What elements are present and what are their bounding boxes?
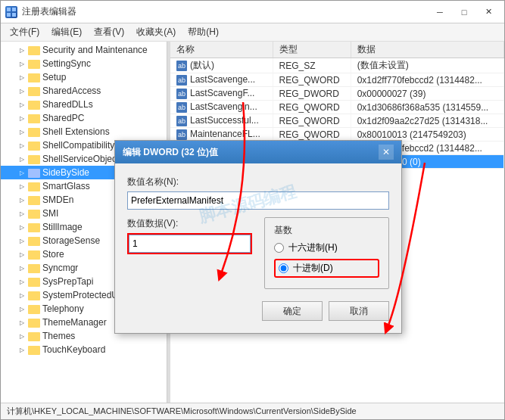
table-row[interactable]: abLastScavenge... REG_QWORD 0x1d2ff770fe…	[170, 73, 504, 87]
tree-arrow: ▷	[16, 221, 28, 233]
tree-label: SMDEn	[42, 194, 73, 205]
svg-rect-3	[12, 13, 16, 17]
folder-icon	[28, 223, 40, 232]
table-row[interactable]: abLastScavengF... REG_DWORD 0x00000027 (…	[170, 87, 504, 101]
folder-icon	[28, 291, 40, 300]
status-bar: 计算机\HKEY_LOCAL_MACHINE\SOFTWARE\Microsof…	[1, 403, 504, 419]
tree-label: ShellCompatibility	[42, 140, 114, 151]
tree-item-shellextensions[interactable]: ▷ Shell Extensions	[1, 125, 167, 138]
svg-rect-0	[7, 8, 11, 11]
folder-icon	[28, 237, 40, 246]
dialog-titlebar: 编辑 DWORD (32 位)值 ✕	[115, 141, 401, 163]
reg-name: abMaintenanceFL...	[170, 128, 273, 142]
tree-label: ThemeManager	[42, 317, 107, 328]
tree-arrow: ▷	[16, 344, 28, 356]
reg-icon: ab	[176, 129, 187, 140]
maximize-button[interactable]: □	[453, 5, 475, 20]
tree-arrow: ▷	[16, 98, 28, 110]
menu-view[interactable]: 查看(V)	[88, 24, 130, 40]
folder-icon	[28, 73, 40, 82]
tree-label: Themes	[42, 331, 75, 341]
folder-icon	[28, 278, 40, 287]
folder-icon	[28, 305, 40, 314]
folder-icon	[28, 196, 40, 205]
window-title: 注册表编辑器	[22, 5, 76, 18]
main-window: 注册表编辑器 ─ □ ✕ 文件(F) 编辑(E) 查看(V) 收藏夹(A) 帮助…	[0, 0, 505, 420]
tree-label: Security and Maintenance	[42, 45, 148, 55]
folder-icon	[28, 155, 40, 164]
base-label: 基数	[274, 224, 379, 237]
tree-arrow: ▷	[16, 194, 28, 206]
tree-arrow: ▷	[16, 316, 28, 328]
folder-icon	[28, 169, 40, 178]
table-row[interactable]: abMaintenanceFL... REG_QWORD 0x80010013 …	[170, 128, 504, 142]
tree-arrow: ▷	[16, 153, 28, 165]
tree-arrow: ▷	[16, 330, 28, 342]
reg-name: abLastScavenge...	[170, 73, 273, 87]
name-input[interactable]	[127, 191, 389, 210]
table-row[interactable]: abLastSuccessful... REG_QWORD 0x1d2f09aa…	[170, 114, 504, 128]
svg-rect-1	[12, 8, 16, 11]
tree-arrow: ▷	[16, 44, 28, 56]
data-label: 数值数据(V):	[127, 217, 252, 230]
tree-item-touchkeyboard[interactable]: ▷ TouchKeyboard	[1, 343, 167, 356]
menu-help[interactable]: 帮助(H)	[182, 24, 225, 40]
table-row[interactable]: abLastScavengin... REG_QWORD 0x1d30686f3…	[170, 101, 504, 114]
tree-item-security[interactable]: ▷ Security and Maintenance	[1, 43, 167, 57]
tree-label: SharedDLLs	[42, 99, 93, 110]
menu-file[interactable]: 文件(F)	[4, 24, 45, 40]
reg-icon: ab	[176, 89, 187, 99]
dialog-buttons: 确定 取消	[127, 301, 389, 321]
folder-icon	[28, 182, 40, 191]
status-text: 计算机\HKEY_LOCAL_MACHINE\SOFTWARE\Microsof…	[7, 406, 357, 417]
tree-label: SharedAccess	[42, 86, 101, 96]
ok-button[interactable]: 确定	[262, 301, 323, 321]
tree-label: SMI	[42, 208, 58, 219]
col-header-data: 数据	[351, 42, 503, 58]
data-value-input[interactable]	[129, 235, 251, 253]
tree-item-setup[interactable]: ▷ Setup	[1, 70, 167, 84]
tree-arrow: ▷	[16, 58, 28, 70]
hex-radio[interactable]	[274, 243, 284, 253]
close-button[interactable]: ✕	[477, 5, 500, 20]
hex-radio-label: 十六进制(H)	[288, 241, 338, 254]
reg-icon: ab	[176, 75, 187, 86]
reg-icon: ab	[176, 116, 187, 126]
dec-radio-row: 十进制(D)	[274, 259, 379, 278]
minimize-button[interactable]: ─	[429, 5, 451, 20]
tree-label: StorageSense	[42, 235, 100, 246]
cancel-button[interactable]: 取消	[329, 301, 389, 321]
tree-label: Shell Extensions	[42, 126, 110, 137]
window-controls: ─ □ ✕	[429, 5, 500, 20]
folder-icon	[28, 332, 40, 341]
tree-item-shareddlls[interactable]: ▷ SharedDLLs	[1, 98, 167, 111]
tree-arrow: ▷	[16, 275, 28, 288]
menu-favorites[interactable]: 收藏夹(A)	[130, 24, 182, 40]
reg-data: 0x00000027 (39)	[351, 87, 503, 101]
reg-data: (数值未设置)	[351, 58, 503, 73]
tree-arrow: ▷	[16, 248, 28, 260]
table-row[interactable]: ab(默认) REG_SZ (数值未设置)	[170, 58, 504, 73]
tree-item-sharedpc[interactable]: ▷ SharedPC	[1, 111, 167, 125]
dialog-title: 编辑 DWORD (32 位)值	[123, 146, 218, 159]
col-header-name: 名称	[170, 42, 273, 58]
tree-item-sharedaccess[interactable]: ▷ SharedAccess	[1, 84, 167, 98]
main-content: ▷ Security and Maintenance ▷ SettingSync…	[1, 42, 504, 403]
reg-name: abLastSuccessful...	[170, 114, 273, 128]
tree-label: SmartGlass	[42, 181, 90, 191]
tree-label: SysPrepTapi	[42, 276, 93, 287]
dialog-close-button[interactable]: ✕	[379, 145, 394, 160]
base-group: 基数 十六进制(H) 十进制(D)	[264, 217, 389, 289]
folder-icon	[28, 250, 40, 260]
reg-type: REG_SZ	[273, 58, 351, 73]
tree-arrow: ▷	[16, 166, 28, 179]
menu-edit[interactable]: 编辑(E)	[45, 24, 88, 40]
tree-label: SettingSync	[42, 58, 91, 69]
tree-item-settingsync[interactable]: ▷ SettingSync	[1, 57, 167, 70]
folder-icon	[28, 114, 40, 123]
folder-icon	[28, 46, 40, 55]
dialog-body: 数值名称(N): 数值数据(V): 基数	[115, 163, 401, 333]
dec-radio[interactable]	[279, 263, 288, 273]
tree-arrow: ▷	[16, 235, 28, 247]
tree-label: SharedPC	[42, 113, 84, 123]
